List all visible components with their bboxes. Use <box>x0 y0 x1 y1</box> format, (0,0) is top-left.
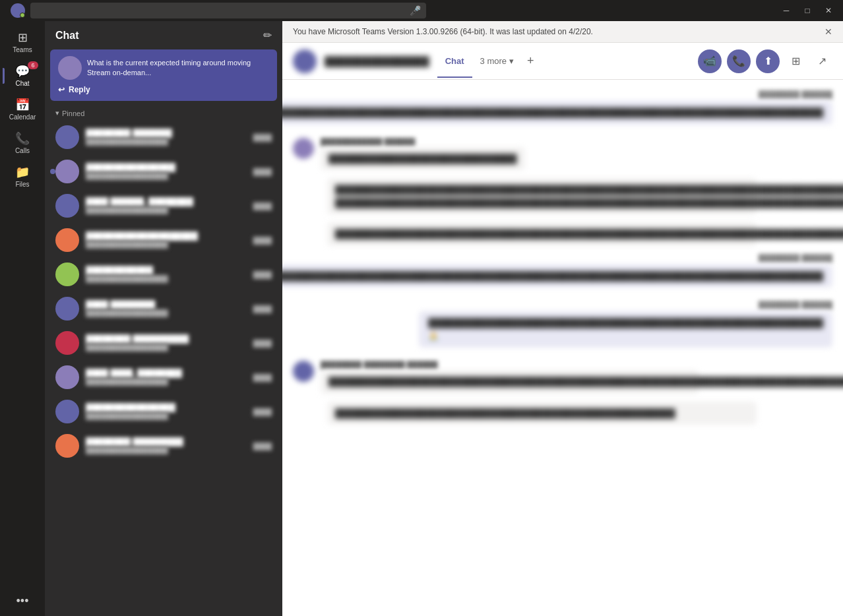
chat-info: ████████ ██████████ ████████████████ <box>86 334 247 352</box>
msg-content: ████████ ████████ ██████ ███████████████… <box>321 361 699 394</box>
message-row: ████████ ██████ ████████████████████████… <box>293 90 832 125</box>
chat-info: ████ ████████ ████████████████ <box>86 300 247 317</box>
chat-info: ████████████ ████████████████ <box>86 266 247 283</box>
titlebar-search[interactable]: 🎤 <box>30 3 426 18</box>
chat-time: ████ <box>253 408 272 416</box>
banner-close-button[interactable]: ✕ <box>825 26 832 37</box>
chat-preview: ████████████████ <box>86 241 247 249</box>
message-bubble: ████████████████████████████████████████… <box>327 222 757 246</box>
teams-icon: ⊞ <box>18 30 28 45</box>
more-apps-button[interactable]: ••• <box>16 594 29 608</box>
chat-time: ████ <box>253 340 272 347</box>
message-continuation: ████████████████████████████████████████… <box>293 402 832 425</box>
avatar <box>55 297 79 321</box>
msg-sender: ████████ ██████ <box>759 254 832 262</box>
sidebar-item-teams[interactable]: ⊞ Teams <box>3 26 42 57</box>
avatar <box>55 365 79 389</box>
message-bubble: ███████████████████████████████ <box>321 147 525 171</box>
chat-list-item[interactable]: ████ ████████ ████████████████ ████ <box>45 292 282 326</box>
chat-list-header: Chat ✏ <box>45 21 282 47</box>
chat-name: ████████████████████ <box>86 231 247 241</box>
mic-icon[interactable]: 🎤 <box>410 5 421 16</box>
notification-popup: What is the current expected timing arou… <box>50 49 277 101</box>
audio-call-button[interactable]: 📞 <box>727 49 751 73</box>
new-chat-button[interactable]: ✏ <box>263 29 272 42</box>
header-avatar <box>293 49 317 73</box>
chat-list-item[interactable]: ████████████████████ ████████████████ ██… <box>45 223 282 257</box>
section-label-text: Pinned <box>62 109 84 117</box>
notif-reply-button[interactable]: ↩ Reply <box>58 85 269 94</box>
chat-header: ████████████████ Chat 3 more ▾ + 📹 📞 ⬆ <box>282 43 843 80</box>
msg-avatar <box>293 138 314 159</box>
sidebar-nav: ⊞ Teams 6 💬 Chat 📅 Calendar 📞 Calls 📁 Fi… <box>0 21 45 616</box>
chat-list-item[interactable]: ████████ ███████ ████████████████ ████ <box>45 120 282 154</box>
popout-button[interactable]: ↗ <box>811 51 832 72</box>
minimize-button[interactable]: ─ <box>777 1 796 20</box>
own-message-group: ████████ ██████ ████████████████████████… <box>482 301 832 348</box>
sidebar-item-calls[interactable]: 📞 Calls <box>3 127 42 158</box>
messages-area[interactable]: ████████ ██████ ████████████████████████… <box>282 80 843 616</box>
chat-list-item[interactable]: ████████████ ████████████████ ████ <box>45 257 282 292</box>
chat-name: ████████ ██████████ <box>86 334 247 344</box>
chat-badge: 6 <box>28 61 38 69</box>
chat-list-panel: Chat ✏ What is the current expected timi… <box>45 21 282 616</box>
chat-time: ████ <box>253 134 272 141</box>
sidebar-item-label: Teams <box>13 46 32 53</box>
sidebar-item-calendar[interactable]: 📅 Calendar <box>3 94 42 125</box>
chat-preview: ████████████████ <box>86 275 247 283</box>
calls-icon: 📞 <box>15 131 30 146</box>
maximize-button[interactable]: □ <box>798 1 817 20</box>
video-call-button[interactable]: 📹 <box>698 49 722 73</box>
sidebar-item-label: Calendar <box>9 113 36 121</box>
message-continuation: ████████████████████████████████████████… <box>293 222 832 246</box>
chat-preview: ████████████████ <box>86 138 247 146</box>
titlebar-avatar <box>11 3 25 18</box>
chat-time: ████ <box>253 271 272 278</box>
sidebar-item-label: Files <box>15 181 29 188</box>
titlebar: 🎤 ─ □ ✕ <box>0 0 843 21</box>
chevron-down-icon: ▾ <box>509 56 514 66</box>
chat-preview: ████████████████ <box>86 172 247 180</box>
add-tab-button[interactable]: + <box>522 54 540 68</box>
chat-name: ████ ████████ <box>86 300 247 309</box>
chat-list-item[interactable]: ████████ ██████████ ████████████████ ███… <box>45 326 282 360</box>
video-icon: 📹 <box>703 55 716 67</box>
close-button[interactable]: ✕ <box>819 1 838 20</box>
message-bubble: ████████████████████████████████████████… <box>327 178 757 214</box>
chat-time: ████ <box>253 237 272 244</box>
msg-content: ████████████ ██████ ████████████████████… <box>321 138 525 171</box>
chat-list-item[interactable]: ████████████████ ████████████████ ████ <box>45 154 282 189</box>
chat-list-item[interactable]: ████ ██████, ████████ ████████████████ █… <box>45 189 282 223</box>
avatar <box>55 434 79 458</box>
tab-chat[interactable]: Chat <box>437 46 472 78</box>
chat-preview: ████████████████ <box>86 344 247 352</box>
chat-time: ████ <box>253 443 272 450</box>
notif-text: What is the current expected timing arou… <box>87 58 269 78</box>
pinned-section-label[interactable]: ▾ Pinned <box>45 104 282 120</box>
sidebar-item-label: Chat <box>15 80 29 87</box>
avatar <box>55 125 79 149</box>
message-row: ████████████ ██████ ████████████████████… <box>293 138 832 171</box>
chat-name: ████████████ <box>86 266 247 275</box>
share-screen-button[interactable]: ⬆ <box>756 49 780 73</box>
sidebar-item-files[interactable]: 📁 Files <box>3 161 42 192</box>
chat-list-item[interactable]: ████ ████, ████████ ████████████████ ███… <box>45 360 282 394</box>
chat-list-item[interactable]: ████████████████ ████████████████ ████ <box>45 394 282 429</box>
tab-more-button[interactable]: 3 more ▾ <box>475 46 519 77</box>
message-continuation: ████████████████████████████████████████… <box>293 178 832 214</box>
avatar <box>55 262 79 286</box>
chat-preview: ████████████████ <box>86 412 247 420</box>
grid-icon: ⊞ <box>792 55 800 67</box>
sidebar-item-chat[interactable]: 6 💬 Chat <box>3 60 42 91</box>
msg-sender: ████████ ████████ ██████ <box>321 361 699 369</box>
chat-preview: ████████████████ <box>86 206 247 214</box>
avatar <box>55 194 79 218</box>
chat-list-item[interactable]: ████████ █████████ ████████████████ ████ <box>45 429 282 463</box>
view-toggle-button[interactable]: ⊞ <box>785 51 806 72</box>
chat-time: ████ <box>253 168 272 175</box>
msg-sender: ████████ ██████ <box>759 301 832 309</box>
unread-dot <box>50 169 55 174</box>
chat-time: ████ <box>253 374 272 381</box>
chat-info: ████████████████ ████████████████ <box>86 403 247 420</box>
update-banner: You have Microsoft Teams Version 1.3.00.… <box>282 21 843 43</box>
